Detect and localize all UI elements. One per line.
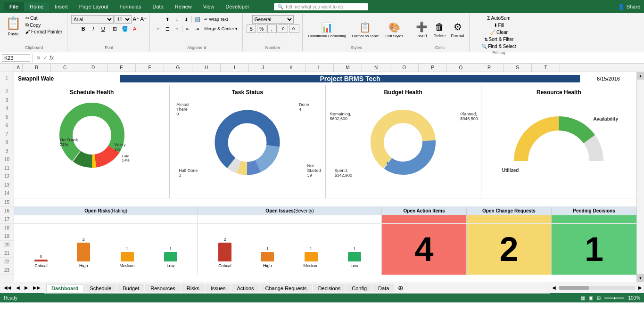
col-header-m[interactable]: M: [334, 64, 362, 72]
tab-insert[interactable]: Insert: [49, 2, 74, 11]
currency-button[interactable]: $: [247, 24, 256, 33]
col-header-n[interactable]: N: [362, 64, 390, 72]
number-format-select[interactable]: General: [252, 15, 294, 24]
sheet-tab-budget[interactable]: Budget: [117, 284, 144, 292]
row-1[interactable]: 1: [0, 72, 14, 85]
view-pagebreak-icon[interactable]: ⊞: [597, 295, 601, 301]
col-header-l[interactable]: L: [305, 64, 334, 72]
col-header-a[interactable]: A: [14, 64, 23, 72]
function-icon[interactable]: fx: [50, 55, 54, 61]
row-16[interactable]: 16: [0, 207, 14, 215]
copy-button[interactable]: ⧉ Copy: [24, 22, 64, 28]
merge-center-button[interactable]: Merge & Center ▾: [202, 26, 239, 32]
add-sheet-button[interactable]: ⊕: [395, 283, 406, 293]
col-header-s[interactable]: S: [504, 64, 532, 72]
cut-button[interactable]: ✂ Cut: [24, 15, 64, 21]
tab-scroll-next-button[interactable]: ▶: [23, 284, 30, 291]
h-scroll-left-button[interactable]: ◀: [550, 285, 558, 290]
underline-button[interactable]: U: [99, 24, 107, 33]
col-header-p[interactable]: P: [419, 64, 447, 72]
wrap-text-button[interactable]: ↵ Wrap Text: [202, 16, 230, 22]
col-header-e[interactable]: E: [107, 64, 136, 72]
col-header-i[interactable]: I: [221, 64, 249, 72]
col-header-b[interactable]: B: [23, 64, 51, 72]
row-19[interactable]: 19: [0, 232, 14, 241]
view-layout-icon[interactable]: ▣: [589, 295, 593, 301]
row-23[interactable]: 23: [0, 266, 14, 275]
orientation-button[interactable]: 🔡: [193, 15, 201, 24]
cancel-icon[interactable]: ✕: [36, 55, 41, 61]
h-scroll-right-button[interactable]: ▶: [636, 285, 644, 290]
delete-button[interactable]: 🗑 Delete: [431, 21, 448, 39]
tab-file[interactable]: File: [4, 2, 24, 11]
col-header-q[interactable]: Q: [447, 64, 475, 72]
font-grow-icon[interactable]: A⁺: [132, 16, 139, 23]
paste-button[interactable]: 📋 Paste: [4, 15, 23, 37]
row-17[interactable]: 17: [0, 215, 14, 224]
scroll-up-button[interactable]: ▲: [637, 72, 644, 80]
col-header-t[interactable]: T: [532, 64, 560, 72]
align-bottom-button[interactable]: ⬇: [182, 15, 190, 24]
col-header-h[interactable]: H: [192, 64, 221, 72]
cell-styles-button[interactable]: 🎨 Cell Styles: [382, 21, 406, 39]
sheet-tab-actions[interactable]: Actions: [231, 284, 259, 292]
row-18[interactable]: 18: [0, 224, 14, 232]
font-color-button[interactable]: A: [131, 24, 139, 33]
confirm-icon[interactable]: ✓: [43, 55, 48, 61]
cell-reference-input[interactable]: [2, 54, 30, 62]
sheet-tab-resources[interactable]: Resources: [145, 284, 181, 292]
tab-data[interactable]: Data: [147, 2, 169, 11]
formula-input[interactable]: [58, 55, 642, 61]
col-header-k[interactable]: K: [277, 64, 305, 72]
tab-page-layout[interactable]: Page Layout: [74, 2, 114, 11]
row-15[interactable]: 15: [0, 198, 14, 207]
format-button[interactable]: ⚙ Format: [449, 20, 466, 39]
align-center-button[interactable]: ☰: [163, 24, 172, 33]
sheet-tab-data[interactable]: Data: [373, 284, 394, 292]
indent-increase-button[interactable]: ⇥: [193, 24, 201, 33]
autosum-button[interactable]: Σ AutoSum: [485, 15, 512, 21]
font-size-select[interactable]: 11: [115, 15, 132, 24]
h-scroll-thumb[interactable]: [559, 286, 589, 290]
sheet-tab-issues[interactable]: Issues: [206, 284, 231, 292]
col-header-r[interactable]: R: [475, 64, 504, 72]
align-left-button[interactable]: ≡: [154, 24, 162, 33]
tab-home[interactable]: Home: [24, 2, 49, 11]
conditional-formatting-button[interactable]: 📊 Conditional Formatting: [306, 21, 348, 39]
col-header-c[interactable]: C: [51, 64, 79, 72]
col-header-f[interactable]: F: [136, 64, 164, 72]
font-name-select[interactable]: Arial: [71, 15, 114, 24]
align-middle-button[interactable]: ↕: [173, 15, 181, 24]
format-painter-button[interactable]: 🖌 Format Painter: [24, 29, 64, 35]
h-scroll-track[interactable]: [559, 286, 636, 290]
insert-button[interactable]: ➕ Insert: [413, 20, 430, 39]
sheet-tab-risks[interactable]: Risks: [182, 284, 205, 292]
scroll-down-button[interactable]: ▼: [637, 274, 644, 282]
font-shrink-icon[interactable]: A⁻: [140, 16, 147, 23]
sheet-tab-change-requests[interactable]: Change Requests: [260, 284, 312, 292]
merge-center-dropdown-icon[interactable]: ▾: [235, 26, 238, 31]
clear-button[interactable]: 🧹 Clear: [488, 29, 510, 35]
row-20[interactable]: 20: [0, 241, 14, 249]
italic-button[interactable]: I: [89, 24, 98, 33]
decimal-decrease-button[interactable]: 0.: [289, 24, 299, 33]
row-22[interactable]: 22: [0, 258, 14, 266]
view-normal-icon[interactable]: ▦: [581, 295, 585, 301]
row-21[interactable]: 21: [0, 249, 14, 258]
indent-decrease-button[interactable]: ⇤: [183, 24, 192, 33]
comma-button[interactable]: ,: [267, 24, 277, 33]
zoom-slider[interactable]: ━━━●━━━: [604, 295, 624, 301]
search-box[interactable]: Tell me what you want to do: [285, 4, 343, 9]
col-header-o[interactable]: O: [390, 64, 419, 72]
tab-view[interactable]: View: [198, 2, 220, 11]
sheet-tab-dashboard[interactable]: Dashboard: [46, 284, 83, 292]
horizontal-scroll-area[interactable]: ◀ ▶: [550, 282, 644, 293]
sort-filter-button[interactable]: ⇅ Sort & Filter: [482, 36, 516, 42]
share-button[interactable]: 👤 Share: [618, 4, 640, 10]
tab-review[interactable]: Review: [169, 2, 198, 11]
tab-formulas[interactable]: Formulas: [114, 2, 147, 11]
tab-developer[interactable]: Developer: [220, 2, 255, 11]
align-top-button[interactable]: ⬆: [163, 15, 172, 24]
scroll-track[interactable]: [637, 80, 644, 274]
decimal-increase-button[interactable]: .0: [278, 24, 288, 33]
